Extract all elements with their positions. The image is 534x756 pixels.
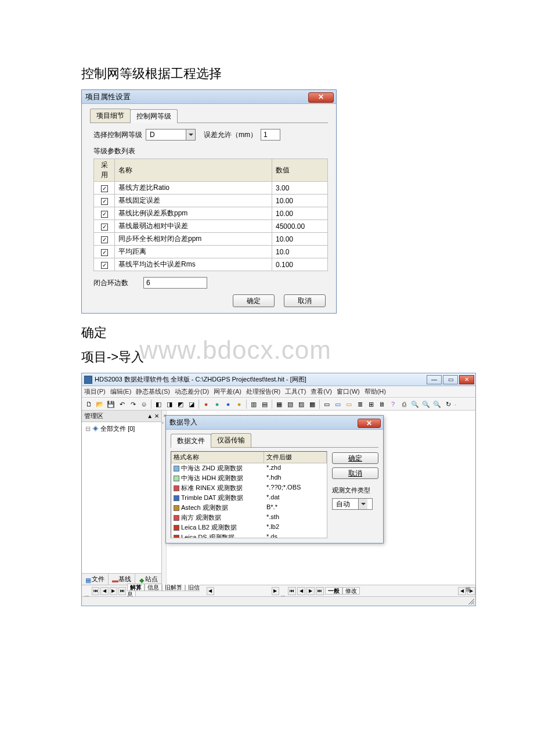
list-item[interactable]: Leica LB2 观测数据*.lb2: [171, 523, 327, 532]
ok-button[interactable]: 确定: [233, 294, 275, 307]
list-item[interactable]: Leica DS 观测数据*.ds: [171, 532, 327, 538]
panel-icon[interactable]: ▭: [344, 399, 353, 409]
menu-item[interactable]: 网平差(A): [214, 387, 241, 396]
new-file-icon[interactable]: 🗋: [84, 399, 93, 409]
scroll-right-icon[interactable]: ▶: [467, 587, 475, 595]
nav-last-icon[interactable]: ⏭: [316, 587, 324, 595]
status-tab[interactable]: 解算: [127, 584, 145, 591]
input-loop-edges[interactable]: [143, 277, 207, 289]
scroll-right-icon[interactable]: ▶: [272, 587, 279, 595]
tool-icon[interactable]: ◨: [165, 399, 174, 409]
pin-icon[interactable]: ▲ ✕: [147, 413, 159, 419]
checkbox[interactable]: ✓: [101, 262, 108, 269]
resize-grip-icon[interactable]: [468, 599, 474, 604]
tab-control-level[interactable]: 控制网等级: [130, 109, 178, 123]
tab-project-detail[interactable]: 项目细节: [90, 109, 131, 123]
tree-root-node[interactable]: 全部文件 [0]: [100, 425, 135, 432]
tool-icon[interactable]: ◪: [187, 399, 196, 409]
minimize-button[interactable]: —: [427, 375, 442, 384]
sidebar-tab[interactable]: ▦文件: [82, 574, 109, 585]
checkbox[interactable]: ✓: [101, 185, 108, 192]
tool-icon[interactable]: ◩: [176, 399, 185, 409]
tool-icon[interactable]: ▨: [297, 399, 306, 409]
nav-first-icon[interactable]: ⏮: [288, 587, 296, 595]
panel-icon[interactable]: ▭: [333, 399, 342, 409]
format-list[interactable]: 格式名称 文件后缀 中海达 ZHD 观测数据*.zhd中海达 HDH 观测数据*…: [171, 451, 327, 538]
tab-data-file[interactable]: 数据文件: [171, 434, 211, 448]
nav-last-icon[interactable]: ⏭: [118, 587, 126, 595]
menu-item[interactable]: 动态差分(D): [175, 387, 209, 396]
tool-icon[interactable]: ▩: [308, 399, 317, 409]
refresh-icon[interactable]: ↻: [443, 399, 453, 409]
checkbox[interactable]: ✓: [101, 249, 108, 256]
menu-item[interactable]: 静态基线(S): [136, 387, 170, 396]
menu-item[interactable]: 窗口(W): [337, 387, 360, 396]
import-cancel-button[interactable]: 取消: [332, 467, 378, 479]
menu-item[interactable]: 帮助(H): [365, 387, 386, 396]
dropdown-filetype[interactable]: 自动: [332, 498, 373, 510]
sidebar-tree[interactable]: ⊟ ◈ 全部文件 [0]: [82, 422, 161, 573]
toolbar-separator: [319, 399, 320, 409]
redo-icon[interactable]: ↷: [128, 399, 138, 409]
tool-icon[interactable]: ●: [212, 399, 222, 409]
list-item[interactable]: 南方 观测数据*.sth: [171, 513, 327, 523]
checkbox[interactable]: ✓: [101, 211, 108, 218]
nav-prev-icon[interactable]: ◀: [297, 587, 305, 595]
save-icon[interactable]: 💾: [106, 399, 116, 409]
zoom-in-icon[interactable]: 🔍: [410, 399, 420, 409]
import-ok-button[interactable]: 确定: [332, 452, 378, 464]
menu-item[interactable]: 编辑(E): [110, 387, 132, 396]
close-button[interactable]: ✕: [358, 419, 381, 428]
grid-icon[interactable]: ⊞: [366, 399, 376, 409]
list-item[interactable]: Trimble DAT 观测数据*.dat: [171, 493, 327, 503]
menu-item[interactable]: 查看(V): [311, 387, 332, 396]
status-tab[interactable]: 信息: [145, 584, 162, 591]
menu-item[interactable]: 处理报告(R): [246, 387, 280, 396]
zoom-out-icon[interactable]: 🔍: [421, 399, 431, 409]
checkbox[interactable]: ✓: [101, 236, 108, 243]
list-item[interactable]: 中海达 ZHD 观测数据*.zhd: [171, 463, 327, 473]
chart-icon[interactable]: ▥: [249, 399, 258, 409]
close-button[interactable]: ✕: [308, 92, 334, 103]
scroll-left-icon[interactable]: ◀: [458, 587, 466, 595]
status-tab[interactable]: 修改: [342, 587, 360, 595]
nav-next-icon[interactable]: ▶: [110, 587, 117, 595]
tool-icon[interactable]: ●: [223, 399, 233, 409]
tool-icon[interactable]: ●: [201, 399, 211, 409]
close-button[interactable]: ✕: [459, 375, 474, 384]
panel-icon[interactable]: ▭: [322, 399, 331, 409]
checkbox[interactable]: ✓: [101, 198, 108, 205]
nav-prev-icon[interactable]: ◀: [100, 587, 108, 595]
list-item[interactable]: Astech 观测数据B*.*: [171, 503, 327, 513]
input-error-allow[interactable]: [261, 129, 280, 141]
chart-icon[interactable]: ▤: [260, 399, 269, 409]
doc-icon[interactable]: 🗎: [377, 399, 387, 409]
list-item[interactable]: 标准 RINEX 观测数据*.??0;*.OBS: [171, 483, 327, 493]
tool-icon[interactable]: ▧: [286, 399, 295, 409]
open-file-icon[interactable]: 📂: [95, 399, 104, 409]
status-tab[interactable]: 一般: [325, 587, 342, 595]
menu-item[interactable]: 工具(T): [285, 387, 306, 396]
help-icon[interactable]: ?: [388, 399, 398, 409]
cancel-button[interactable]: 取消: [284, 294, 326, 307]
tool-icon[interactable]: ▦: [275, 399, 284, 409]
chevron-down-icon[interactable]: [358, 499, 367, 509]
nav-next-icon[interactable]: ▶: [306, 587, 315, 595]
zoom-fit-icon[interactable]: 🔍: [432, 399, 442, 409]
print-icon[interactable]: ⎙: [399, 399, 409, 409]
list-icon[interactable]: ≣: [355, 399, 365, 409]
tool-icon[interactable]: ●: [234, 399, 244, 409]
undo-icon[interactable]: ↶: [117, 399, 127, 409]
menu-item[interactable]: 项目(P): [84, 387, 106, 396]
checkbox[interactable]: ✓: [101, 224, 108, 231]
dropdown-control-level[interactable]: D: [146, 129, 196, 141]
canvas-area[interactable]: × ‹ 数据导入 ✕ 数据文件 仪器传输: [162, 411, 475, 585]
scroll-left-icon[interactable]: ◀: [207, 587, 214, 595]
tool-icon[interactable]: ◧: [154, 399, 163, 409]
tab-device-transfer[interactable]: 仪器传输: [211, 433, 251, 447]
chevron-down-icon[interactable]: [186, 129, 195, 140]
nav-first-icon[interactable]: ⏮: [92, 587, 99, 595]
list-item[interactable]: 中海达 HDH 观测数据*.hdh: [171, 473, 327, 483]
maximize-button[interactable]: ▭: [443, 375, 458, 384]
smiley-icon[interactable]: ☺: [139, 399, 149, 409]
